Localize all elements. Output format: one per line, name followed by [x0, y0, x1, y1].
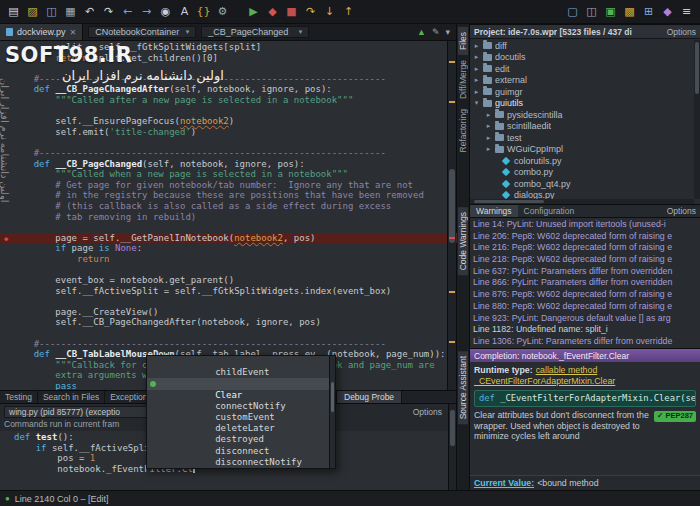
code-line[interactable]	[0, 264, 457, 275]
code-line[interactable]: """Called after a new page is selected i…	[0, 95, 457, 106]
probe-options-button[interactable]: Options	[413, 407, 452, 417]
code-line[interactable]: #---------------------------------------…	[0, 339, 457, 350]
completion-item[interactable]: Clear	[147, 378, 335, 389]
completion-item[interactable]: connectNotify	[147, 390, 335, 401]
tree-item[interactable]: ▸ external	[470, 75, 694, 87]
tree-item[interactable]: dialogs.py	[470, 190, 694, 200]
terminal-icon[interactable]: ▣	[601, 3, 620, 21]
tree-item[interactable]: ▸ guimgr	[470, 86, 694, 98]
probe-scrollbar[interactable]	[448, 404, 456, 490]
save-icon[interactable]: ◫	[42, 3, 61, 21]
tool-tab[interactable]: Files	[458, 27, 468, 55]
code-editor[interactable]: split = self.__fGtkSplitWidgets[split] r…	[0, 41, 457, 390]
bottom-tool-tab[interactable]: Search in Files	[38, 391, 105, 403]
search-icon[interactable]: ◉	[156, 3, 175, 21]
warning-item[interactable]: Line 1306: PyLint: Parameters differ fro…	[470, 336, 700, 348]
warnings-options-button[interactable]: Options	[667, 206, 696, 216]
tree-item[interactable]: ▸ pysidescintilla	[470, 109, 694, 121]
code-line[interactable]: self.__fActiveSplit = self.__fGtkSplitWi…	[0, 286, 457, 297]
tree-expand-icon[interactable]: ▸	[485, 145, 492, 153]
completion-item[interactable]: disconnect	[147, 434, 335, 445]
class-scope-dropdown[interactable]: CNotebookContainer ▾	[88, 26, 196, 38]
tree-expand-icon[interactable]: ▸	[485, 111, 492, 119]
tree-item[interactable]: combo_qt4.py	[470, 178, 694, 190]
warning-item[interactable]: Line 1182: Undefined name: split_i	[470, 324, 700, 336]
code-line[interactable]: # (this callback is also called as a sid…	[0, 201, 457, 212]
bottom-tool-tab[interactable]: Testing	[0, 391, 38, 403]
menu-icon[interactable]: ≡	[677, 3, 696, 21]
stop-icon[interactable]: ■	[282, 3, 301, 21]
warning-item[interactable]: Line 637: PyLint: Parameters differ from…	[470, 266, 700, 278]
project-options-button[interactable]: Options	[667, 27, 696, 37]
tool-tab[interactable]: Refactoring	[458, 104, 468, 157]
palette-icon[interactable]: ▩	[620, 3, 639, 21]
run-icon[interactable]: ▶	[244, 3, 263, 21]
scrollbar-thumb[interactable]	[695, 42, 699, 94]
scrollbar-thumb[interactable]	[474, 200, 544, 203]
tree-expand-icon[interactable]: ▸	[485, 122, 492, 130]
project-vertical-scrollbar[interactable]	[694, 40, 700, 199]
open-file-icon[interactable]: ▨	[23, 3, 42, 21]
code-line[interactable]: ◆ page = self.__GetPanelInNotebook(noteb…	[0, 233, 457, 244]
tree-expand-icon[interactable]: ▾	[473, 99, 480, 107]
scrollbar-thumb[interactable]	[449, 169, 455, 243]
popup-scrollbar[interactable]	[329, 356, 335, 468]
completion-item[interactable]: children	[147, 367, 335, 378]
warning-item[interactable]: Line 216: Pep8: W602 deprecated form of …	[470, 242, 700, 254]
code-line[interactable]: self.emit('title-changed')	[0, 127, 457, 138]
navigate-back-icon[interactable]: ←	[118, 3, 137, 21]
method-scope-dropdown[interactable]: _CB_PageChanged ▾	[201, 26, 309, 38]
tree-item[interactable]: ▸ test	[470, 132, 694, 144]
warning-item[interactable]: Line 866: PyLint: Parameters differ from…	[470, 277, 700, 289]
scrollbar-thumb[interactable]	[450, 410, 455, 446]
tab-debug-probe[interactable]: Debug Probe	[336, 391, 402, 404]
tree-item[interactable]: colorutils.py	[470, 155, 694, 167]
code-line[interactable]	[0, 137, 457, 148]
scrollbar-thumb[interactable]	[331, 382, 334, 412]
tree-expand-icon[interactable]: ▸	[473, 53, 480, 61]
tab-warnings[interactable]: Warnings	[470, 205, 518, 217]
undo-icon[interactable]: ↶	[80, 3, 99, 21]
tree-item[interactable]: ▸ docutils	[470, 52, 694, 64]
tree-expand-icon[interactable]: ▸	[473, 88, 480, 96]
completion-item[interactable]: dumpObjectInfo	[147, 457, 335, 468]
code-line[interactable]: self.__CB_PageChangedAfter(notebook, ign…	[0, 317, 457, 328]
close-tab-icon[interactable]: ✕	[70, 28, 77, 37]
code-line[interactable]: page.__CreateView()	[0, 307, 457, 318]
code-line[interactable]: # tab removing in rebuild)	[0, 212, 457, 223]
settings-icon[interactable]: ⚙	[213, 3, 232, 21]
warning-item[interactable]: Line 923: PyLint: Dangerous default valu…	[470, 313, 700, 325]
code-line[interactable]: #---------------------------------------…	[0, 148, 457, 159]
tab-configuration[interactable]: Configuration	[518, 205, 581, 217]
code-line[interactable]	[0, 222, 457, 233]
tool-tab-code-warnings[interactable]: Code Warnings	[458, 207, 468, 275]
split-view-icon[interactable]: ◫	[582, 3, 601, 21]
step-out-icon[interactable]: ↑	[339, 3, 358, 21]
code-line[interactable]: """Called when a new page is selected in…	[0, 169, 457, 180]
editor-tab-dockview[interactable]: dockview.py ✕	[0, 24, 83, 40]
debug-icon[interactable]: ◆	[263, 3, 282, 21]
code-line[interactable]: self.__EnsurePageFocus(notebook2)	[0, 116, 457, 127]
code-line[interactable]: def __CB_PageChanged(self, notebook, ign…	[0, 159, 457, 170]
window-icon[interactable]: ▢	[563, 3, 582, 21]
tree-item[interactable]: combo.py	[470, 167, 694, 179]
code-line[interactable]: def __CB_PageChangedAfter(self, notebook…	[0, 84, 457, 95]
tool-tab-source-assistant[interactable]: Source Assistant	[458, 351, 468, 424]
code-line[interactable]: # Get page for given notebook/tab number…	[0, 180, 457, 191]
screen-icon[interactable]: ⊞	[639, 3, 658, 21]
tree-expand-icon[interactable]: ▸	[473, 76, 480, 84]
bookmark-icon[interactable]: ◆	[658, 3, 677, 21]
runtime-type-link[interactable]: callable method	[536, 365, 598, 375]
editor-scrollbar[interactable]	[447, 41, 456, 390]
print-icon[interactable]: ▦	[61, 3, 80, 21]
braces-icon[interactable]: {}	[194, 3, 213, 21]
completion-item[interactable]: customEvent	[147, 401, 335, 412]
completion-item[interactable]: disconnectNotify	[147, 446, 335, 457]
new-file-icon[interactable]: ▤	[4, 3, 23, 21]
completion-item[interactable]: childEvent	[147, 356, 335, 367]
symbol-link[interactable]: _CEventFilterForAdapterMixin.Clear	[474, 376, 615, 386]
code-line[interactable]: # in the registry because these are posi…	[0, 190, 457, 201]
step-into-icon[interactable]: ↓	[320, 3, 339, 21]
navigate-forward-icon[interactable]: →	[137, 3, 156, 21]
goto-definition-icon[interactable]: ▲	[417, 27, 426, 37]
